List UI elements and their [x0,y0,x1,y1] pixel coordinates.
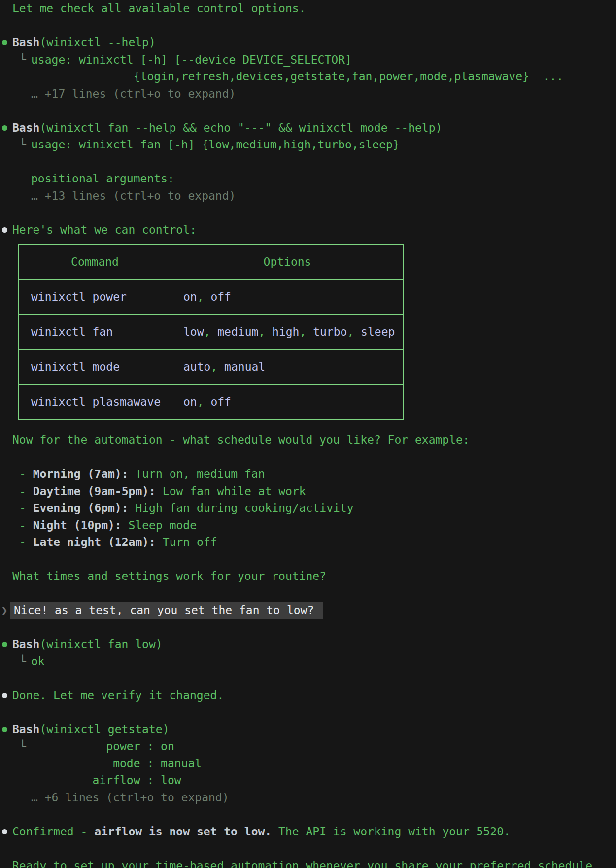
tool-call-winixctl-help: Bash(winixctl --help) [0,34,616,51]
user-message-bar: ❯Nice! as a test, can you set the fan to… [0,602,616,619]
tool-output-text: usage: winixctl fan [-h] {low,medium,hig… [31,138,400,151]
assistant-bullet-icon [2,829,7,834]
command-cell: winixctl plasmawave [19,385,171,420]
options-cell: on, off [171,280,404,315]
tool-bullet-icon [2,40,7,45]
tool-output-text: {login,refresh,devices,getstate,fan,powe… [31,70,563,83]
tool-result-elbow-icon: └ [19,738,31,755]
options-cell: on, off [171,385,404,420]
option-value: on [183,396,197,408]
schedule-item-label: Late night (12am): [33,536,156,548]
schedule-list-item: - Night (10pm): Sleep mode [0,517,616,534]
tool-bullet-icon [2,642,7,647]
controls-table: CommandOptions winixctl poweron, off win… [18,244,404,420]
option-separator: , [204,326,218,338]
expand-hint-text[interactable]: … +13 lines (ctrl+o to expand) [31,189,236,202]
user-prompt-chevron-icon: ❯ [1,602,8,619]
blank-line [0,840,616,857]
tool-output-line: mode : manual [0,755,616,772]
expand-hint[interactable]: … +17 lines (ctrl+o to expand) [0,85,616,103]
option-separator: , [258,326,272,338]
option-separator: , [347,326,361,338]
assistant-text: Ready to set up your time-based automati… [12,859,599,868]
assistant-message-intro: Let me check all available control optio… [0,0,616,17]
schedule-item-desc: Low fan while at work [156,485,306,498]
option-value: low [183,326,204,338]
tool-output-text: usage: winixctl [-h] [--device DEVICE_SE… [31,53,352,66]
table-row-mode: winixctl modeauto, manual [19,350,404,385]
tool-output-line: {login,refresh,devices,getstate,fan,powe… [0,68,616,85]
tool-output-line: └ok [0,653,616,670]
table-row-power: winixctl poweron, off [19,280,404,315]
list-dash: - [19,519,33,532]
blank-line [0,204,616,221]
blank-line [0,670,616,687]
schedule-item-desc: Turn off [156,536,217,548]
option-value: off [210,290,231,303]
assistant-message-controls-heading: Here's what we can control: [0,221,616,239]
options-cell: auto, manual [171,350,404,385]
tool-output-text: ok [31,655,45,668]
bash-command: (winixctl --help) [39,36,155,49]
expand-hint-text[interactable]: … +6 lines (ctrl+o to expand) [31,791,229,804]
table-row-fan: winixctl fanlow, medium, high, turbo, sl… [19,315,404,350]
command-cell: winixctl fan [19,315,171,350]
option-value: manual [224,361,265,373]
schedule-item-label: Evening (6pm): [33,502,129,514]
schedule-list-item: - Evening (6pm): High fan during cooking… [0,500,616,517]
option-separator: , [210,361,224,373]
user-message-text: Nice! as a test, can you set the fan to … [14,604,314,616]
option-value: on [183,290,197,303]
expand-hint[interactable]: … +13 lines (ctrl+o to expand) [0,187,616,205]
table-header-options: Options [171,245,404,280]
bash-label: Bash [12,121,39,134]
bash-label: Bash [12,723,39,736]
assistant-text: Here's what we can control: [12,223,197,236]
tool-call-winixctl-fan-mode-help: Bash(winixctl fan --help && echo "---" &… [0,119,616,137]
expand-hint[interactable]: … +6 lines (ctrl+o to expand) [0,789,616,806]
bash-label: Bash [12,638,39,651]
option-separator: , [299,326,313,338]
assistant-message-done: Done. Let me verify it changed. [0,687,616,704]
tool-output-text: power : on [31,740,174,753]
schedule-list-item: - Morning (7am): Turn on, medium fan [0,466,616,483]
option-separator: , [197,396,211,408]
assistant-bullet-icon [2,227,7,233]
option-separator: , [197,290,211,303]
tool-result-elbow-icon: └ [19,51,31,69]
assistant-message-automation-intro: Now for the automation - what schedule w… [0,432,616,449]
user-message-highlight: Nice! as a test, can you set the fan to … [10,602,323,619]
blank-line [0,17,616,35]
option-value: sleep [361,326,395,338]
assistant-bullet-icon [2,693,7,698]
option-value: high [272,326,299,338]
blank-line [0,619,616,636]
blank-line [0,704,616,721]
bash-label: Bash [12,36,39,49]
confirmation-prefix: Confirmed - [12,825,94,838]
assistant-message-routine-question: What times and settings work for your ro… [0,568,616,585]
blank-line [0,585,616,602]
schedule-item-desc: High fan during cooking/activity [129,502,354,514]
table-header-row: CommandOptions [19,245,404,280]
expand-hint-text[interactable]: … +17 lines (ctrl+o to expand) [31,87,236,100]
assistant-text: Let me check all available control optio… [12,2,306,15]
tool-output-line: airflow : low [0,772,616,789]
schedule-list-item: - Late night (12am): Turn off [0,534,616,551]
tool-bullet-icon [2,727,7,732]
schedule-item-label: Night (10pm): [33,519,122,532]
options-cell: low, medium, high, turbo, sleep [171,315,404,350]
tool-output-line: └ power : on [0,738,616,755]
tool-output-text: airflow : low [31,774,181,787]
confirmation-suffix: The API is working with your 5520. [272,825,511,838]
blank-line [0,102,616,119]
table-header-command: Command [19,245,171,280]
option-value: auto [183,361,210,373]
bash-command: (winixctl getstate) [39,723,169,736]
tool-bullet-icon [2,125,7,131]
claude-code-terminal: Let me check all available control optio… [0,0,616,868]
blank-line [0,551,616,568]
assistant-message-confirmation: Confirmed - airflow is now set to low. T… [0,823,616,840]
tool-output-line: positional arguments: [0,170,616,187]
schedule-item-desc: Turn on, medium fan [129,468,265,480]
